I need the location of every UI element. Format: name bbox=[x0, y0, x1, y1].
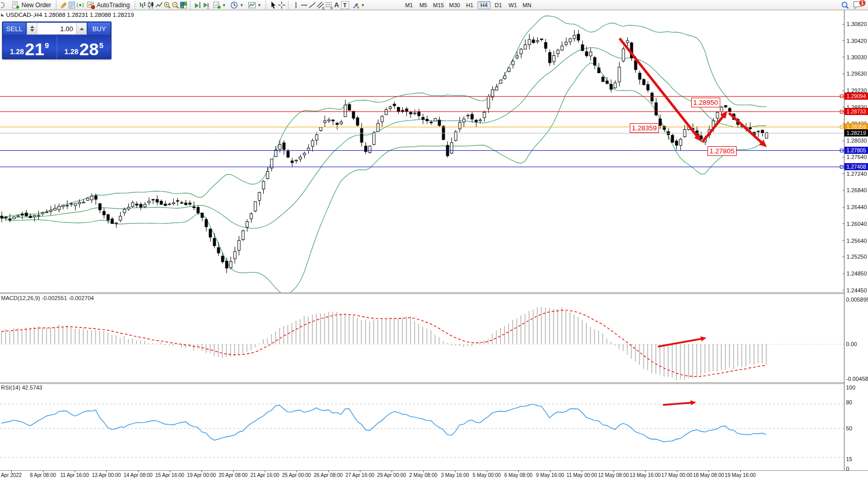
autotrading-label: AutoTrading bbox=[97, 2, 130, 9]
buy-price-prefix: 1.28 bbox=[64, 48, 78, 56]
time-axis-label: Apr 2022 bbox=[1, 472, 22, 478]
price-axis-label: 1.26040 bbox=[847, 221, 867, 227]
time-axis-label: 13 May 16:00 bbox=[630, 472, 661, 478]
profiles-button[interactable]: ▾ bbox=[227, 1, 245, 10]
text-label-tool-icon[interactable]: T bbox=[341, 1, 349, 9]
price-axis-tick bbox=[842, 157, 844, 157]
volume-stepper[interactable] bbox=[27, 23, 37, 34]
price-annotation[interactable]: 1.27805 bbox=[707, 146, 737, 156]
clock-icon bbox=[230, 1, 238, 9]
price-axis-label: 1.27240 bbox=[847, 171, 867, 177]
new-order-label: New Order bbox=[21, 2, 51, 9]
macd-axis-label: -0.004586 bbox=[846, 376, 868, 382]
chat-button[interactable]: 1 bbox=[853, 1, 864, 10]
pane-separator[interactable] bbox=[0, 382, 868, 384]
text-tool-icon[interactable]: A bbox=[333, 1, 341, 9]
volume-up-button[interactable] bbox=[76, 23, 86, 34]
time-axis-tick bbox=[677, 470, 677, 472]
price-axis-tick bbox=[842, 141, 844, 141]
metaeditor-icon[interactable] bbox=[68, 1, 76, 9]
channel-tool-icon[interactable]: E bbox=[316, 1, 325, 9]
time-axis-tick bbox=[455, 470, 455, 472]
search-icon[interactable] bbox=[840, 1, 849, 9]
tile-windows-icon[interactable] bbox=[179, 1, 188, 9]
time-axis-label: 5 May 00:00 bbox=[472, 472, 500, 478]
price-axis-label: 1.24450 bbox=[847, 287, 867, 293]
price-axis-label: 1.25640 bbox=[847, 238, 867, 244]
timeframe-button-w1[interactable]: W1 bbox=[506, 1, 519, 9]
timeframe-button-d1[interactable]: D1 bbox=[492, 1, 505, 9]
arrows-tool-button[interactable]: ▾ bbox=[349, 1, 367, 10]
new-chart-button[interactable]: ▾ bbox=[210, 1, 228, 10]
macd-axis-label: 0.005895 bbox=[846, 296, 868, 303]
price-axis-tick bbox=[842, 74, 844, 74]
price-axis-tick bbox=[842, 257, 844, 257]
rsi-axis-label: 100 bbox=[846, 384, 855, 391]
crayon-icon[interactable] bbox=[60, 1, 68, 9]
zoom-in-icon[interactable] bbox=[163, 1, 171, 9]
time-axis-tick bbox=[75, 470, 75, 472]
zoom-out-icon[interactable] bbox=[171, 1, 179, 9]
indicators-button[interactable]: ▾ bbox=[245, 1, 263, 10]
chart-header: USDCAD-,H4 1.28088 1.28231 1.28088 1.282… bbox=[1, 12, 134, 18]
time-axis-tick bbox=[11, 470, 12, 472]
timeframe-button-mn[interactable]: MN bbox=[520, 1, 534, 9]
macd-label: MACD(12,26,9) -0.002551 -0.002704 bbox=[1, 295, 94, 301]
buy-button[interactable]: BUY bbox=[87, 22, 111, 35]
line-chart-icon[interactable] bbox=[155, 1, 163, 9]
sell-button[interactable]: SELL bbox=[3, 22, 26, 35]
step-down-icon bbox=[30, 29, 34, 32]
price-annotation[interactable]: 1.28950 bbox=[691, 98, 720, 107]
step-up-icon bbox=[30, 26, 34, 28]
bar-chart-icon[interactable] bbox=[139, 1, 147, 9]
volume-input[interactable]: 1.00 bbox=[37, 23, 76, 34]
time-axis-label: 27 Apr 16:00 bbox=[346, 472, 375, 478]
sell-price-big: 21 bbox=[25, 41, 44, 57]
timeframe-button-m5[interactable]: M5 bbox=[417, 1, 430, 9]
rsi-axis-label: 50 bbox=[846, 425, 852, 431]
chart-area: 1.308201.304201.300301.296301.292301.288… bbox=[0, 10, 868, 479]
time-axis-label: 15 Apr 16:00 bbox=[155, 472, 185, 478]
separator bbox=[288, 1, 290, 9]
price-tag: 1.27408 bbox=[844, 163, 868, 170]
fibonacci-tool-icon[interactable]: F bbox=[325, 1, 333, 9]
time-axis-tick bbox=[740, 470, 741, 472]
time-axis-tick bbox=[613, 470, 614, 472]
timeframe-button-h4[interactable]: H4 bbox=[477, 1, 491, 9]
time-axis-label: 11 May 00:00 bbox=[566, 472, 597, 478]
new-order-button[interactable]: New Order bbox=[9, 1, 54, 10]
timeframe-button-h1[interactable]: H1 bbox=[463, 1, 476, 9]
macd-axis-label: 0.00 bbox=[846, 341, 857, 347]
timeframe-button-m30[interactable]: M30 bbox=[447, 1, 462, 9]
chart-shift-icon[interactable] bbox=[194, 1, 202, 9]
price-annotation[interactable]: 1.28359 bbox=[630, 123, 659, 133]
timeframe-button-m1[interactable]: M1 bbox=[402, 1, 416, 9]
buy-price-sup: 5 bbox=[99, 41, 103, 50]
candlestick-icon[interactable] bbox=[147, 1, 155, 9]
trendline-tool-icon[interactable] bbox=[308, 1, 316, 9]
separator bbox=[265, 1, 267, 9]
buy-price[interactable]: 1.28285 bbox=[57, 35, 111, 59]
autotrading-button[interactable]: AutoTrading bbox=[84, 1, 132, 10]
auto-scroll-icon[interactable] bbox=[202, 1, 210, 9]
time-axis-tick bbox=[645, 470, 646, 472]
price-axis-label: 1.26440 bbox=[847, 204, 867, 210]
rsi-pane-canvas[interactable] bbox=[0, 383, 844, 470]
price-axis-tick bbox=[842, 290, 844, 290]
pane-separator[interactable] bbox=[0, 292, 868, 294]
price-axis-tick bbox=[842, 240, 844, 241]
symbol-timeframe: USDCAD-,H4 bbox=[6, 12, 42, 18]
price-axis-tick bbox=[842, 173, 844, 174]
signal-icon[interactable] bbox=[76, 1, 84, 9]
price-axis-tick bbox=[842, 57, 844, 57]
macd-pane-canvas[interactable] bbox=[0, 294, 844, 382]
cursor-icon[interactable] bbox=[269, 1, 278, 9]
sell-price[interactable]: 1.28219 bbox=[3, 35, 57, 59]
horizontal-line-tool-icon[interactable] bbox=[300, 1, 308, 9]
timeframe-group: M1M5M15M30H1H4D1W1MN bbox=[402, 1, 534, 9]
time-axis-label: 13 Apr 00:00 bbox=[92, 472, 121, 478]
new-chart-icon bbox=[213, 1, 221, 9]
crosshair-icon[interactable] bbox=[278, 1, 286, 9]
timeframe-button-m15[interactable]: M15 bbox=[431, 1, 446, 9]
vertical-line-tool-icon[interactable] bbox=[292, 1, 300, 9]
